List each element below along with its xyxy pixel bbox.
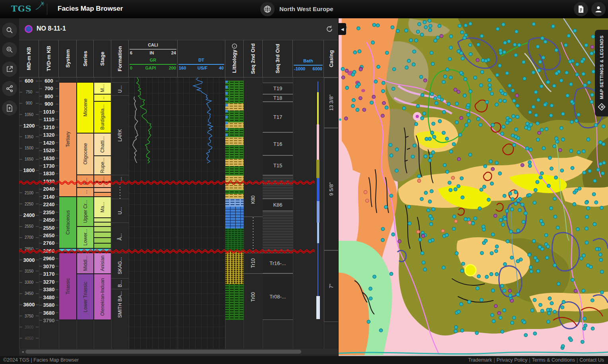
map-data-point[interactable] bbox=[382, 101, 385, 105]
map-data-point[interactable] bbox=[413, 144, 416, 147]
map-data-point[interactable] bbox=[452, 143, 455, 146]
map-data-point[interactable] bbox=[544, 40, 547, 43]
map-data-point[interactable] bbox=[560, 126, 563, 130]
map-data-point[interactable] bbox=[421, 93, 424, 97]
map-data-point[interactable] bbox=[562, 138, 565, 141]
map-data-point[interactable] bbox=[384, 205, 387, 209]
map-data-point[interactable] bbox=[531, 309, 534, 312]
open-external-button[interactable] bbox=[2, 62, 17, 77]
seq2-cell[interactable]: Tr10 bbox=[244, 253, 263, 273]
map-data-point[interactable] bbox=[503, 50, 506, 54]
stage-cell[interactable] bbox=[94, 238, 111, 243]
map-data-point[interactable] bbox=[432, 122, 435, 125]
region-label[interactable]: North West Europe bbox=[279, 6, 333, 12]
map-data-point[interactable] bbox=[409, 39, 412, 42]
map-data-point[interactable] bbox=[463, 36, 466, 39]
map-data-point[interactable] bbox=[587, 138, 590, 141]
series-cell[interactable]: Middl... bbox=[77, 253, 94, 274]
map-data-point[interactable] bbox=[491, 123, 494, 126]
map-data-point[interactable] bbox=[528, 253, 531, 256]
map-data-point[interactable] bbox=[555, 48, 558, 52]
map-data-point[interactable] bbox=[530, 270, 533, 273]
series-cell[interactable]: Upper Cr... bbox=[77, 197, 94, 227]
map-data-point[interactable] bbox=[480, 188, 483, 191]
map-data-point[interactable] bbox=[359, 68, 362, 71]
map-data-point[interactable] bbox=[478, 207, 481, 210]
map-data-point[interactable] bbox=[381, 89, 385, 93]
formation-cell[interactable]: B... bbox=[111, 278, 129, 289]
map-data-point[interactable] bbox=[560, 79, 563, 82]
map-data-point[interactable] bbox=[435, 101, 438, 105]
map-data-point[interactable] bbox=[467, 113, 470, 116]
facies-map[interactable]: 0 25 km 50 km 8 bbox=[339, 18, 608, 356]
map-data-point[interactable] bbox=[566, 94, 569, 97]
map-data-point[interactable] bbox=[430, 51, 433, 54]
map-data-point[interactable] bbox=[461, 262, 465, 265]
map-data-point[interactable] bbox=[460, 116, 463, 120]
map-data-point[interactable] bbox=[392, 87, 395, 90]
map-data-point[interactable] bbox=[374, 80, 377, 83]
user-button[interactable] bbox=[591, 2, 606, 16]
map-data-point[interactable] bbox=[528, 194, 531, 197]
map-data-point[interactable] bbox=[534, 188, 537, 192]
map-data-point[interactable] bbox=[516, 104, 519, 107]
map-data-point[interactable] bbox=[461, 57, 464, 60]
map-data-point[interactable] bbox=[593, 179, 596, 182]
map-data-point[interactable] bbox=[600, 291, 604, 294]
map-data-point[interactable] bbox=[414, 122, 418, 126]
map-data-point[interactable] bbox=[536, 269, 540, 273]
map-data-point[interactable] bbox=[546, 256, 549, 259]
map-data-point[interactable] bbox=[518, 209, 521, 212]
map-data-point[interactable] bbox=[430, 190, 433, 193]
casing-cell[interactable]: 13 3/8" bbox=[324, 77, 339, 128]
map-data-point[interactable] bbox=[366, 199, 369, 202]
seq3-cell[interactable]: T16 bbox=[263, 132, 293, 155]
share-button[interactable] bbox=[2, 81, 17, 96]
map-data-point[interactable] bbox=[515, 30, 518, 33]
map-data-point[interactable] bbox=[495, 245, 498, 248]
map-data-point[interactable] bbox=[505, 72, 509, 75]
map-data-point[interactable] bbox=[498, 64, 501, 67]
map-data-point[interactable] bbox=[511, 197, 514, 201]
map-data-point[interactable] bbox=[471, 222, 474, 225]
map-data-point[interactable] bbox=[537, 98, 540, 101]
map-data-point[interactable] bbox=[440, 98, 443, 101]
seq2-cell[interactable] bbox=[244, 217, 263, 252]
map-data-point[interactable] bbox=[500, 89, 503, 92]
map-data-point[interactable] bbox=[576, 228, 579, 231]
map-data-point[interactable] bbox=[433, 136, 436, 139]
map-data-point[interactable] bbox=[484, 59, 488, 62]
map-data-point[interactable] bbox=[422, 261, 425, 264]
map-data-point[interactable] bbox=[428, 137, 431, 140]
col-header-bath[interactable]: Bath -10006000 bbox=[293, 40, 324, 77]
series-cell[interactable]: Oligocene bbox=[77, 133, 94, 175]
casing-cell[interactable]: 9 5/8" bbox=[324, 128, 339, 250]
map-data-point[interactable] bbox=[503, 263, 507, 266]
map-data-point[interactable] bbox=[445, 170, 449, 173]
map-data-point[interactable] bbox=[457, 50, 460, 53]
map-data-point[interactable] bbox=[503, 309, 506, 312]
map-data-point[interactable] bbox=[575, 63, 579, 66]
formation-cell[interactable]: Å... bbox=[111, 223, 129, 251]
map-data-point[interactable] bbox=[594, 124, 597, 127]
seq3-cell[interactable]: Tr16-... bbox=[263, 253, 293, 273]
map-data-point[interactable] bbox=[523, 321, 526, 324]
map-data-point[interactable] bbox=[443, 163, 446, 167]
map-data-point[interactable] bbox=[548, 312, 551, 315]
map-data-point[interactable] bbox=[516, 115, 519, 118]
map-data-point[interactable] bbox=[583, 327, 586, 330]
map-data-point[interactable] bbox=[517, 43, 521, 46]
footer-link[interactable]: Privacy Policy bbox=[496, 357, 527, 363]
map-data-point[interactable] bbox=[515, 128, 518, 131]
map-data-point[interactable] bbox=[428, 240, 432, 243]
map-data-point[interactable] bbox=[517, 229, 520, 232]
map-data-point[interactable] bbox=[503, 194, 506, 197]
map-data-point[interactable] bbox=[552, 25, 555, 28]
map-data-point[interactable] bbox=[512, 99, 515, 102]
map-data-point[interactable] bbox=[578, 187, 581, 190]
map-data-point[interactable] bbox=[459, 71, 463, 74]
map-data-point[interactable] bbox=[585, 241, 588, 244]
map-data-point[interactable] bbox=[429, 154, 432, 157]
map-data-point[interactable] bbox=[505, 209, 509, 213]
gr-cali-track[interactable] bbox=[129, 77, 178, 349]
